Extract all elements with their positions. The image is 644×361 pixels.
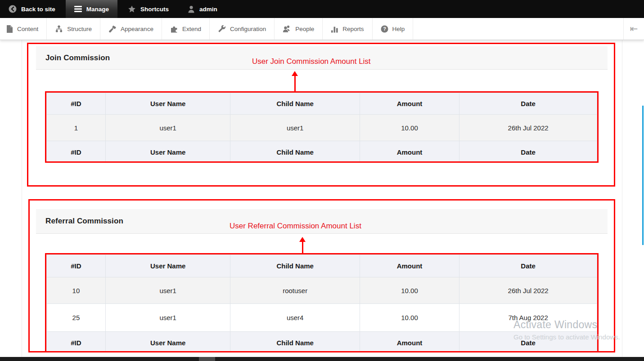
toolbar-item-label: Appearance [121, 26, 153, 32]
drupal-admin-screen: Back to site Manage Shortcuts admin [0, 0, 644, 361]
admin-user-menu[interactable]: admin [179, 0, 226, 18]
footer-cell: Amount [360, 141, 459, 163]
back-icon [9, 5, 17, 13]
admin-username-label: admin [199, 6, 217, 13]
star-icon [128, 5, 136, 13]
join-commission-annotation-box: Join Commission User Join Commission Amo… [27, 43, 615, 187]
annotation-arrow-up [291, 71, 298, 91]
toolbar-item-label: Help [392, 26, 405, 32]
toolbar-item-label: Extend [182, 26, 201, 32]
referral-commission-table: #ID User Name Child Name Amount Date 10 … [46, 254, 597, 352]
body-cell: user4 [230, 304, 360, 332]
menu-icon [74, 6, 82, 12]
table-footer-row: #ID User Name Child Name Amount Date [47, 141, 597, 163]
toolbar-item-content[interactable]: Content [0, 18, 47, 40]
bar-chart-icon [331, 25, 338, 33]
annotation-arrow-up [299, 237, 306, 254]
toolbar-item-label: Configuration [230, 26, 266, 32]
shortcuts-button[interactable]: Shortcuts [119, 0, 177, 18]
footer-cell: #ID [47, 332, 106, 353]
body-cell: 25 [47, 304, 106, 332]
wrench-icon [218, 25, 226, 33]
body-cell: 10.00 [360, 304, 459, 332]
footer-cell: Child Name [230, 332, 360, 353]
file-icon [6, 25, 13, 33]
people-icon [283, 25, 291, 33]
shortcuts-label: Shortcuts [140, 6, 169, 13]
vertical-scrollbar-indicator[interactable] [642, 106, 644, 245]
footer-cell: Amount [360, 332, 459, 353]
footer-cell: Child Name [230, 141, 360, 163]
toolbar-item-label: Content [17, 26, 38, 32]
body-cell: user1 [230, 115, 360, 141]
table-row: 10 user1 rootuser 10.00 26th Jul 2022 [47, 277, 597, 304]
back-to-site-label: Back to site [21, 6, 55, 13]
back-to-site-button[interactable]: Back to site [0, 0, 64, 18]
body-cell: 10 [47, 277, 106, 304]
toolbar-item-structure[interactable]: Structure [47, 18, 100, 40]
body-cell: user1 [105, 115, 230, 141]
table-header-row: #ID User Name Child Name Amount Date [47, 255, 597, 277]
content-right-border [622, 40, 622, 357]
manage-tab[interactable]: Manage [66, 0, 117, 18]
footer-cell: User Name [105, 332, 230, 353]
page-content: Join Commission User Join Commission Amo… [0, 40, 644, 357]
toolbar-item-label: People [295, 26, 314, 32]
toolbar-item-extend[interactable]: Extend [162, 18, 210, 40]
toolbar-collapse-button[interactable]: ⇤ [623, 18, 644, 40]
paintbrush-icon [108, 25, 117, 33]
body-cell: 7th Aug 2022 [459, 304, 597, 332]
referral-commission-table-box: #ID User Name Child Name Amount Date 10 … [45, 253, 599, 352]
header-cell: Amount [360, 93, 459, 115]
referral-commission-title: Referral Commission [36, 217, 123, 226]
help-icon: ? [381, 25, 388, 33]
toolbar-item-appearance[interactable]: Appearance [100, 18, 162, 40]
table-footer-row: #ID User Name Child Name Amount Date [47, 332, 597, 353]
join-commission-table: #ID User Name Child Name Amount Date 1 u… [46, 93, 597, 163]
svg-text:?: ? [383, 26, 386, 31]
footer-cell: Date [459, 141, 597, 163]
body-cell: 10.00 [360, 277, 459, 304]
toolbar-item-label: Reports [342, 26, 364, 32]
footer-cell: Date [459, 332, 597, 353]
toolbar-item-help[interactable]: ? Help [373, 18, 414, 40]
header-cell: User Name [105, 255, 230, 277]
body-cell: user1 [105, 277, 230, 304]
body-cell: user1 [105, 304, 230, 332]
toolbar-item-people[interactable]: People [275, 18, 323, 40]
body-cell: rootuser [230, 277, 360, 304]
sitemap-icon [55, 25, 63, 33]
admin-toolbar: Content Structure Appearance Extend Conf… [0, 18, 644, 40]
table-header-row: #ID User Name Child Name Amount Date [47, 93, 597, 115]
horizontal-scrollbar-thumb[interactable] [199, 357, 215, 361]
body-cell: 10.00 [360, 115, 459, 141]
manage-label: Manage [86, 6, 109, 13]
referral-commission-annotation-label: User Referral Commission Amount List [230, 222, 361, 231]
body-cell: 26th Jul 2022 [459, 115, 597, 141]
join-commission-title: Join Commission [36, 53, 110, 62]
header-cell: Amount [360, 255, 459, 277]
puzzle-icon [170, 25, 178, 33]
header-cell: User Name [105, 93, 230, 115]
body-cell: 1 [47, 115, 106, 141]
toolbar-item-configuration[interactable]: Configuration [210, 18, 275, 40]
header-cell: #ID [47, 93, 106, 115]
referral-commission-annotation-box: Referral Commission User Referral Commis… [28, 199, 615, 352]
header-cell: Child Name [230, 93, 360, 115]
header-cell: Child Name [230, 255, 360, 277]
header-cell: #ID [47, 255, 106, 277]
toolbar-item-reports[interactable]: Reports [323, 18, 372, 40]
header-cell: Date [459, 255, 597, 277]
admin-topbar: Back to site Manage Shortcuts admin [0, 0, 644, 18]
toolbar-item-label: Structure [67, 26, 92, 32]
horizontal-scrollbar[interactable] [0, 357, 644, 361]
header-cell: Date [459, 93, 597, 115]
user-icon [188, 5, 195, 13]
footer-cell: #ID [47, 141, 106, 163]
table-row: 1 user1 user1 10.00 26th Jul 2022 [47, 115, 597, 141]
body-cell: 26th Jul 2022 [459, 277, 597, 304]
join-commission-annotation-label: User Join Commission Amount List [252, 57, 371, 66]
content-left-border [22, 40, 22, 357]
join-commission-table-box: #ID User Name Child Name Amount Date 1 u… [45, 91, 599, 163]
table-row: 25 user1 user4 10.00 7th Aug 2022 [47, 304, 597, 332]
